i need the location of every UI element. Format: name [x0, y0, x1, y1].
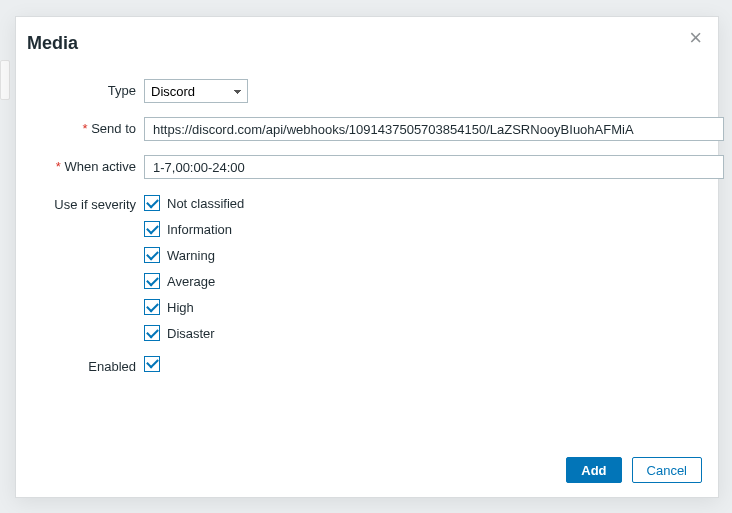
- media-form: Type Discord Send to When active Use if …: [16, 79, 718, 388]
- enabled-label: Enabled: [16, 355, 144, 374]
- severity-label: Use if severity: [16, 193, 144, 212]
- severity-checkbox[interactable]: [144, 195, 160, 211]
- severity-item-disaster: Disaster: [144, 325, 702, 341]
- type-label: Type: [16, 79, 144, 98]
- when-active-label: When active: [16, 155, 144, 174]
- add-button[interactable]: Add: [566, 457, 621, 483]
- type-select[interactable]: Discord: [144, 79, 248, 103]
- severity-item-information: Information: [144, 221, 702, 237]
- severity-text: Not classified: [167, 196, 244, 211]
- when-active-input[interactable]: [144, 155, 724, 179]
- send-to-label: Send to: [16, 117, 144, 136]
- close-icon[interactable]: ×: [683, 23, 708, 53]
- media-modal: × Media Type Discord Send to When active…: [15, 16, 719, 498]
- cancel-button[interactable]: Cancel: [632, 457, 702, 483]
- modal-footer: Add Cancel: [566, 457, 702, 483]
- severity-item-average: Average: [144, 273, 702, 289]
- severity-text: Average: [167, 274, 215, 289]
- severity-checkbox[interactable]: [144, 325, 160, 341]
- severity-text: Information: [167, 222, 232, 237]
- severity-checkbox[interactable]: [144, 221, 160, 237]
- severity-text: Warning: [167, 248, 215, 263]
- severity-item-warning: Warning: [144, 247, 702, 263]
- severity-checkbox[interactable]: [144, 299, 160, 315]
- enabled-checkbox[interactable]: [144, 356, 160, 372]
- severity-checkbox[interactable]: [144, 273, 160, 289]
- severity-text: High: [167, 300, 194, 315]
- severity-list: Not classified Information Warning Avera…: [144, 193, 702, 341]
- background-fragment: [0, 60, 10, 100]
- modal-title: Media: [27, 33, 78, 54]
- severity-text: Disaster: [167, 326, 215, 341]
- send-to-input[interactable]: [144, 117, 724, 141]
- severity-item-high: High: [144, 299, 702, 315]
- severity-checkbox[interactable]: [144, 247, 160, 263]
- severity-item-not-classified: Not classified: [144, 195, 702, 211]
